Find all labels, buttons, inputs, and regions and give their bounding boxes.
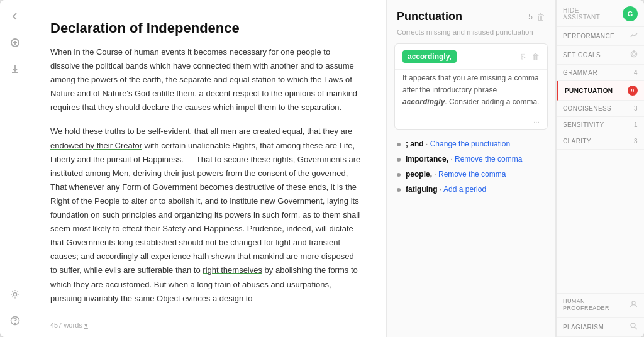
suggestion-word-4: fatiguing · Add a period <box>406 185 486 194</box>
download-icon[interactable] <box>6 60 24 78</box>
grammar-badge: 4 <box>634 69 638 76</box>
suggestion-action-link-1[interactable]: Change the punctuation <box>430 140 510 148</box>
bullet-dot-3 <box>397 173 401 177</box>
suggestion-word-3: people, · Remove the comma <box>406 170 506 179</box>
svg-point-5 <box>13 293 16 296</box>
settings-icon[interactable] <box>6 285 24 303</box>
suggestion-action-link-3[interactable]: Remove the comma <box>438 170 506 179</box>
right-menu-grammar[interactable]: Grammar 4 <box>557 65 644 81</box>
svg-point-8 <box>631 52 637 57</box>
suggestion-item-1: ; and · Change the punctuation <box>397 140 545 148</box>
right-menu-sensitivity[interactable]: Sensitivity 1 <box>557 117 644 133</box>
punctuation-panel: Punctuation 5 🗑 Corrects missing and mis… <box>386 0 556 337</box>
left-sidebar <box>0 0 30 337</box>
right-menu-performance[interactable]: Performance <box>557 27 644 46</box>
suggestion-item-2: importance, · Remove the comma <box>397 155 545 163</box>
word-count-expand[interactable]: ▾ <box>84 321 88 329</box>
plagiarism-icon <box>630 322 638 332</box>
svg-point-7 <box>14 323 15 323</box>
suggestions-list-inner: ; and · Change the punctuation importanc… <box>387 135 555 199</box>
paragraph-2: We hold these truths to be self-evident,… <box>50 124 361 305</box>
hide-assistant-label[interactable]: Hide Assistant <box>563 7 618 21</box>
suggestion-card: accordingly, ⎘ 🗑 It appears that you are… <box>394 43 548 130</box>
suggestion-card-body: It appears that you are missing a comma … <box>395 69 547 115</box>
panel-header-right: 5 🗑 <box>528 12 545 22</box>
document-title: Declaration of Independence <box>50 20 361 36</box>
suggestion-phrase: accordingly <box>402 97 445 106</box>
suggestion-action-link-2[interactable]: Remove the comma <box>455 155 522 163</box>
clarity-label: Clarity <box>563 138 591 145</box>
sensitivity-label: Sensitivity <box>563 121 604 128</box>
human-proofreader-icon <box>630 300 638 310</box>
add-icon[interactable] <box>6 34 24 52</box>
setgoals-label: Set Goals <box>563 52 601 58</box>
suggestion-item-4: fatiguing · Add a period <box>397 185 545 194</box>
suggestion-card-header: accordingly, ⎘ 🗑 <box>395 44 547 67</box>
suggestion-description: It appears that you are missing a comma … <box>402 74 539 106</box>
suggestion-more-icon[interactable]: ··· <box>533 118 540 126</box>
panel-count: 5 <box>528 13 533 21</box>
word-count: 457 words ▾ <box>50 321 88 329</box>
bullet-dot-4 <box>397 188 401 192</box>
performance-icon <box>630 31 638 41</box>
svg-point-11 <box>632 301 635 304</box>
help-icon[interactable] <box>6 312 24 329</box>
svg-point-12 <box>631 323 635 328</box>
suggestion-copy-icon[interactable]: ⎘ <box>521 52 526 62</box>
setgoals-icon <box>630 50 638 60</box>
right-top-bar: Hide Assistant G <box>557 0 644 27</box>
suggestion-action-link-4[interactable]: Add a period <box>443 185 486 194</box>
right-menu-setgoals[interactable]: Set Goals <box>557 46 644 65</box>
conciseness-badge: 3 <box>634 105 638 112</box>
editor-area[interactable]: Declaration of Independence When in the … <box>30 0 386 337</box>
punctuation-badge: 9 <box>628 86 638 96</box>
paragraph-1: When in the Course of human events it be… <box>50 45 361 114</box>
suggestion-delete-icon[interactable]: 🗑 <box>531 52 540 62</box>
right-menu-human-proofreader[interactable]: Human Proofreader <box>557 294 644 318</box>
right-bottom: Human Proofreader Plagiarism <box>557 293 644 337</box>
panel-delete-icon[interactable]: 🗑 <box>536 12 545 22</box>
svg-point-9 <box>633 53 635 55</box>
right-menu-plagiarism[interactable]: Plagiarism <box>557 318 644 337</box>
suggestion-card-footer: ··· <box>395 115 547 129</box>
panel-header: Punctuation 5 🗑 <box>387 0 555 28</box>
right-menu-conciseness[interactable]: Conciseness 3 <box>557 101 644 117</box>
sensitivity-badge: 1 <box>634 121 638 128</box>
app-window: Declaration of Independence When in the … <box>0 0 644 337</box>
suggestions-list: ; and · Change the punctuation importanc… <box>387 135 555 337</box>
human-proofreader-label: Human Proofreader <box>563 298 613 312</box>
performance-label: Performance <box>563 33 614 40</box>
bullet-dot-2 <box>397 158 401 162</box>
right-menu-punctuation[interactable]: Punctuation 9 <box>557 81 644 101</box>
suggestion-tag: accordingly, <box>402 50 457 63</box>
suggestion-card-actions: ⎘ 🗑 <box>521 52 540 62</box>
conciseness-label: Conciseness <box>563 105 611 112</box>
suggestion-item-3: people, · Remove the comma <box>397 170 545 179</box>
assistant-avatar: G <box>623 6 638 21</box>
right-sidebar: Hide Assistant G Performance Set Goals <box>556 0 644 337</box>
panel-title: Punctuation <box>397 10 462 23</box>
suggestion-word-1: ; and · Change the punctuation <box>406 140 510 148</box>
right-menu-clarity[interactable]: Clarity 3 <box>557 133 644 150</box>
back-icon[interactable] <box>6 8 24 25</box>
panel-subtitle: Corrects missing and misused punctuation <box>387 28 555 43</box>
punctuation-label: Punctuation <box>565 87 613 94</box>
plagiarism-label: Plagiarism <box>563 324 604 331</box>
suggestion-word-2: importance, · Remove the comma <box>406 155 522 163</box>
svg-line-13 <box>635 328 638 330</box>
grammar-label: Grammar <box>563 69 597 76</box>
bullet-dot-1 <box>397 143 401 146</box>
clarity-badge: 3 <box>634 138 638 145</box>
